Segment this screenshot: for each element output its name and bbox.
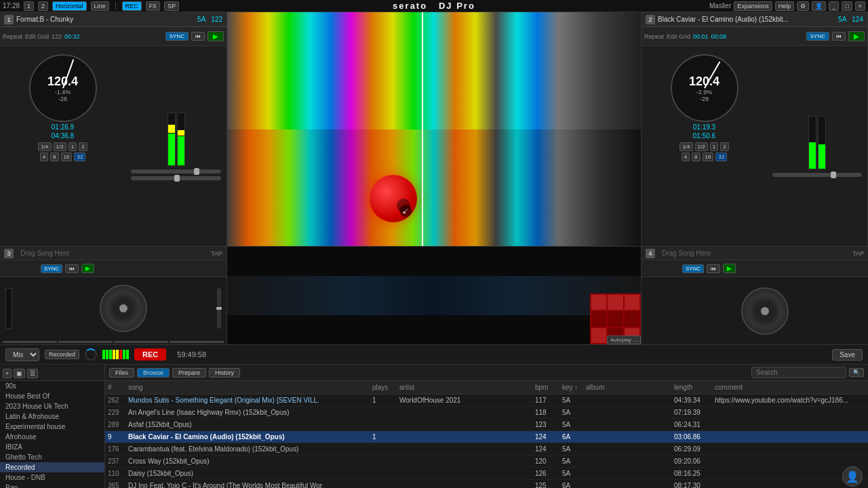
deck-2-loop-1[interactable]: 1	[710, 142, 718, 151]
rec-mode-btn[interactable]: REC	[122, 1, 142, 11]
pad-5[interactable]	[608, 311, 623, 326]
sidebar-item-5[interactable]: Afrohouse	[0, 432, 104, 442]
track-row-7[interactable]: 365DJ Ino Feat. Yoio C - It's Around (Th…	[105, 480, 868, 488]
deck-3-prev-btn[interactable]: ⏮	[65, 264, 79, 273]
pad-1[interactable]	[591, 295, 606, 310]
deck-4-prev-btn[interactable]: ⏮	[707, 264, 720, 273]
deck-4-tap[interactable]: TAP	[852, 250, 864, 257]
deck-1-sync-btn[interactable]: SYNC	[165, 32, 189, 41]
sidebar-icon-1[interactable]: ▣	[14, 369, 25, 378]
rec-button[interactable]: REC	[134, 348, 166, 361]
deck-4-play-btn[interactable]: ▶	[723, 264, 736, 273]
deck-2-pitch: -2.9%	[696, 89, 713, 96]
prepare-btn[interactable]: Prepare	[172, 368, 206, 378]
pad-6[interactable]	[625, 311, 639, 326]
sidebar-item-0[interactable]: 90s	[0, 381, 104, 391]
deck-2-loop-8[interactable]: 8	[692, 152, 700, 161]
deck-1-pitch-slider[interactable]	[131, 176, 221, 180]
tooltip-overlay: Autoplay ...	[607, 336, 641, 344]
center-waveform-bar	[227, 276, 641, 315]
save-button[interactable]: Save	[832, 349, 863, 361]
pad-4[interactable]	[591, 311, 606, 326]
deck-2-loop-1-2[interactable]: 1/2	[695, 142, 708, 151]
user-avatar-bottom[interactable]: 👤	[842, 466, 863, 487]
pad-3[interactable]	[625, 295, 639, 310]
sidebar-item-2[interactable]: 2023 House Uk Tech	[0, 401, 104, 411]
deck-1-loop-2[interactable]: 2	[79, 142, 87, 151]
search-btn[interactable]: 🔍	[849, 368, 864, 377]
deck-1-loop-8[interactable]: 8	[50, 152, 58, 161]
deck-3-pitch-rail[interactable]	[217, 288, 221, 329]
pad-2[interactable]	[608, 295, 623, 310]
track-row-6[interactable]: 110Daisy (152kbit_Opus)1265A08:16.25	[105, 468, 868, 480]
track-row-5[interactable]: 237Cross Way (152kbit_Opus)1205A09:20.06	[105, 455, 868, 468]
track-cell-0-7: 04:39.34	[671, 396, 712, 404]
deck-1-btn[interactable]: 1	[24, 1, 34, 11]
recorded-btn[interactable]: Recorded	[45, 350, 79, 359]
deck-2-sync-btn[interactable]: SYNC	[806, 32, 829, 41]
deck-2-volume-slider[interactable]	[772, 173, 862, 177]
deck-2-loop-4[interactable]: 4	[682, 152, 690, 161]
track-row-3[interactable]: 9Black Caviar - El Camino (Audio) (152kb…	[105, 431, 868, 443]
deck-2-loop-2[interactable]: 2	[720, 142, 728, 151]
track-row-1[interactable]: 229An Angel's Line (Isaac Highway Rmx) (…	[105, 407, 868, 419]
sidebar-item-7[interactable]: Ghetto Tech	[0, 452, 104, 462]
sp-btn[interactable]: SP	[164, 1, 179, 11]
track-row-4[interactable]: 176Carambantua (feat. Etelvina Maldonado…	[105, 443, 868, 455]
horizontal-btn[interactable]: Horizontal	[52, 1, 87, 11]
deck-1-pitch-handle[interactable]	[174, 175, 180, 182]
deck-2-prev-btn[interactable]: ⏮	[832, 32, 846, 41]
add-playlist-btn[interactable]: +	[3, 369, 12, 378]
deck-2-loop-16[interactable]: 16	[703, 152, 714, 161]
settings-btn[interactable]: ⚙	[797, 1, 809, 11]
browse-btn[interactable]: Browse	[137, 368, 170, 378]
minimize-btn[interactable]: _	[829, 1, 839, 11]
deck-1-loop-1-4[interactable]: 1/4	[38, 142, 51, 151]
sidebar-icon-2[interactable]: ☰	[27, 369, 38, 378]
maximize-btn[interactable]: □	[842, 1, 852, 11]
sidebar-item-1[interactable]: House Best Of	[0, 391, 104, 401]
sidebar-item-10[interactable]: Rap	[0, 483, 104, 488]
line-btn[interactable]: Line	[91, 1, 109, 11]
decks-area: 1 Format:B - Chunky 5A 122 Repeat Edit G…	[0, 12, 868, 246]
pad-7[interactable]	[591, 328, 606, 343]
deck-1-loop-32[interactable]: 32	[74, 152, 85, 161]
deck-1-play-btn[interactable]: ▶	[208, 31, 224, 41]
deck-1-loop-16[interactable]: 16	[61, 152, 73, 161]
sidebar-item-9[interactable]: House - DNB	[0, 472, 104, 483]
sidebar-item-8[interactable]: Recorded	[0, 462, 104, 472]
files-btn[interactable]: Files	[109, 368, 134, 378]
deck-2-loop-1-4[interactable]: 1/4	[679, 142, 692, 151]
mix-select[interactable]: Mix	[5, 348, 39, 361]
track-row-0[interactable]: 262Mundos Sutis - Something Elegant (Ori…	[105, 394, 868, 407]
deck-1-loop-1-2[interactable]: 1/2	[54, 142, 66, 151]
history-btn[interactable]: History	[209, 368, 240, 378]
deck-2-vu-right	[818, 116, 826, 170]
deck-1-prev-btn[interactable]: ⏮	[191, 32, 205, 41]
track-row-2[interactable]: 289Asfaf (152kbit_Opus)1235A06:24.31	[105, 419, 868, 431]
deck-2-loop-32[interactable]: 32	[715, 152, 727, 161]
deck-2-volume-handle[interactable]	[831, 171, 836, 178]
deck-4-main	[642, 277, 868, 344]
sidebar-item-4[interactable]: Experimental house	[0, 422, 104, 432]
deck-3-tap[interactable]: TAP	[211, 250, 222, 257]
deck-4-sync-btn[interactable]: SYNC	[682, 264, 704, 273]
deck-2-btn[interactable]: 2	[38, 1, 48, 11]
deck-1-loop-1[interactable]: 1	[68, 142, 77, 151]
deck-3-sync-btn[interactable]: SYNC	[41, 264, 62, 273]
help-btn[interactable]: Help	[775, 1, 795, 11]
deck-2-play-btn[interactable]: ▶	[848, 31, 865, 41]
record-indicator[interactable]: ↙	[370, 175, 417, 222]
deck-1-volume-slider[interactable]	[131, 169, 221, 174]
search-input[interactable]	[751, 367, 846, 378]
deck-1-loop-4[interactable]: 4	[40, 152, 48, 161]
user-btn[interactable]: 👤	[812, 1, 826, 11]
sidebar-item-6[interactable]: IBIZA	[0, 442, 104, 452]
deck-3-pitch-handle[interactable]	[216, 307, 222, 310]
deck-1-volume-handle[interactable]	[194, 168, 199, 175]
fx-btn[interactable]: FX	[146, 1, 161, 11]
sidebar-item-3[interactable]: Latin & Afrohouse	[0, 411, 104, 422]
deck-3-play-btn[interactable]: ▶	[81, 264, 94, 273]
expansions-btn[interactable]: Expansions	[734, 1, 772, 11]
close-btn[interactable]: ×	[855, 1, 865, 11]
